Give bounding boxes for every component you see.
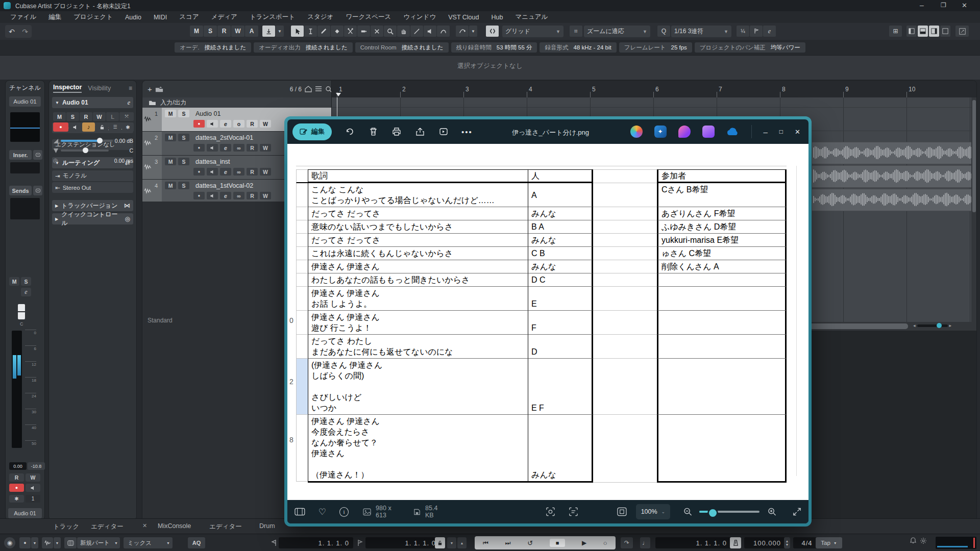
record-mode-caret[interactable]: ▼: [31, 537, 38, 548]
channel-record-button[interactable]: ●: [9, 484, 24, 492]
close-editor-tab-icon[interactable]: ✕: [142, 522, 147, 529]
record-enable-button[interactable]: ●: [53, 122, 68, 132]
channel-fader-handle[interactable]: [18, 304, 25, 319]
sends-slot[interactable]: [10, 198, 40, 219]
menu-item-プロジェクト[interactable]: プロジェクト: [67, 11, 119, 23]
toggle-lower-zone-button[interactable]: [918, 26, 928, 37]
punch-in-button[interactable]: ▼: [447, 537, 456, 548]
favorite-heart-icon[interactable]: ♡: [318, 507, 326, 517]
inspector-r-button[interactable]: R: [80, 112, 92, 121]
menu-item-Audio[interactable]: Audio: [119, 12, 148, 22]
track-mute-button[interactable]: M: [165, 110, 176, 117]
tempo-spinner[interactable]: ▲▼: [784, 537, 790, 548]
track-edit-button[interactable]: e: [220, 192, 231, 199]
click-note-icon[interactable]: ♩: [640, 537, 650, 548]
channel-mute-button[interactable]: M: [9, 277, 19, 286]
h-zoom-in-icon[interactable]: ▸: [949, 323, 952, 328]
iterative-quantize-button[interactable]: ¼: [737, 26, 749, 37]
track-solo-button[interactable]: S: [178, 182, 189, 189]
menu-item-トランスポート[interactable]: トランスポート: [243, 11, 301, 23]
minimize-button[interactable]: –: [920, 1, 924, 9]
record-button[interactable]: ○: [603, 539, 607, 547]
fit-to-window-icon[interactable]: [617, 507, 627, 516]
sends-button[interactable]: Sends: [9, 186, 32, 195]
edit-image-button[interactable]: 編集: [292, 123, 332, 140]
play-button[interactable]: ▶: [582, 539, 586, 546]
track-mute-button[interactable]: M: [165, 182, 176, 189]
text-extract-icon[interactable]: [569, 507, 578, 517]
menu-item-スタジオ[interactable]: スタジオ: [301, 11, 339, 23]
mix-mode-dropdown[interactable]: ミックス▼: [124, 537, 173, 548]
menu-item-Hub[interactable]: Hub: [485, 12, 509, 22]
goto-end-button[interactable]: ⏭: [505, 539, 511, 546]
zoom-slider[interactable]: [699, 511, 760, 513]
track-record-button[interactable]: ●: [193, 192, 205, 199]
photos-ai-icon[interactable]: ✦: [654, 126, 667, 138]
global-r-button[interactable]: R: [217, 26, 231, 37]
track-solo-button[interactable]: S: [178, 158, 189, 165]
track-edit-button[interactable]: e: [220, 168, 231, 176]
tab-inspector[interactable]: Inspector: [53, 84, 82, 93]
visual-search-icon[interactable]: [546, 507, 555, 517]
timebase-button[interactable]: ✱: [122, 122, 134, 132]
inspector-l-button[interactable]: L: [106, 112, 119, 121]
right-zone-grid-button[interactable]: ⊞: [889, 26, 902, 37]
right-locator-value[interactable]: 1. 1. 1. 0: [365, 537, 440, 548]
tap-tempo-button[interactable]: Tap▼: [816, 537, 842, 548]
track-write-button[interactable]: W: [260, 168, 271, 176]
track-channel-config[interactable]: ∞: [233, 168, 244, 176]
inspector-w-button[interactable]: W: [93, 112, 106, 121]
record-mode-button[interactable]: ●: [19, 537, 31, 548]
pan-slider[interactable]: [61, 149, 109, 152]
snap-button[interactable]: [486, 26, 499, 37]
track-channel-config[interactable]: o: [233, 120, 244, 128]
tab-visibility[interactable]: Visibility: [88, 85, 111, 92]
split-tool[interactable]: [344, 26, 357, 37]
global-a-button[interactable]: A: [245, 26, 258, 37]
toggle-left-zone-button[interactable]: [906, 26, 917, 37]
volume-slider[interactable]: [61, 140, 113, 142]
inserts-button[interactable]: Inser.: [9, 150, 32, 160]
track-channel-config[interactable]: ∞: [233, 192, 244, 199]
project-cursor-handle[interactable]: [336, 93, 341, 96]
lanes-button[interactable]: ☰: [109, 122, 121, 132]
inserts-bypass-icon[interactable]: [33, 150, 42, 160]
left-locator-value[interactable]: 1. 1. 1. 0: [279, 537, 353, 548]
lower-zone-tab-0[interactable]: トラック: [53, 522, 79, 531]
track-zoom-preset[interactable]: Standard: [148, 317, 173, 324]
channel-edit-button[interactable]: e: [21, 288, 31, 296]
color-tool[interactable]: [437, 26, 450, 37]
insert-mode-dropdown[interactable]: 新規パート▼: [77, 537, 120, 548]
channel-footer-name[interactable]: Audio 01: [8, 508, 42, 518]
track-monitor-button[interactable]: [207, 168, 218, 176]
setup-toolbar-button[interactable]: [955, 26, 969, 37]
h-zoom-slider[interactable]: [917, 324, 948, 327]
range-tool[interactable]: [304, 26, 317, 37]
locators-lock-button[interactable]: [435, 537, 445, 548]
audio-mode-caret[interactable]: ▼: [54, 537, 61, 548]
gear-icon[interactable]: [920, 537, 927, 544]
menu-item-マニュアル[interactable]: マニュアル: [509, 11, 554, 23]
print-icon[interactable]: [388, 124, 405, 139]
channel-eq-curve[interactable]: [10, 112, 40, 142]
channel-write-button[interactable]: W: [26, 473, 40, 482]
photos-maximize-button[interactable]: □: [779, 128, 783, 135]
inserts-slot[interactable]: [10, 162, 40, 173]
maximize-button[interactable]: ❐: [941, 2, 946, 9]
zoom-in-icon[interactable]: [768, 507, 776, 516]
toggle-right-zone-button[interactable]: [929, 26, 939, 37]
inspector-track-header[interactable]: ▼ Audio 01 e: [52, 97, 133, 108]
fullscreen-icon[interactable]: [793, 507, 801, 516]
track-write-button[interactable]: W: [260, 144, 271, 152]
lower-zone-tab-3[interactable]: エディター: [209, 522, 242, 531]
global-s-button[interactable]: S: [204, 26, 217, 37]
lock-button[interactable]: [95, 122, 108, 132]
metronome-button[interactable]: [730, 537, 741, 548]
filmstrip-icon[interactable]: [295, 508, 305, 516]
curve-tool-button[interactable]: [456, 26, 469, 37]
auto-quantize-button[interactable]: AQ: [188, 537, 205, 548]
use-track-preset-icon[interactable]: [155, 86, 163, 93]
channel-name[interactable]: Audio 01: [9, 96, 41, 107]
lower-zone-tab-4[interactable]: Drum: [259, 522, 275, 530]
track-read-button[interactable]: R: [247, 120, 258, 128]
